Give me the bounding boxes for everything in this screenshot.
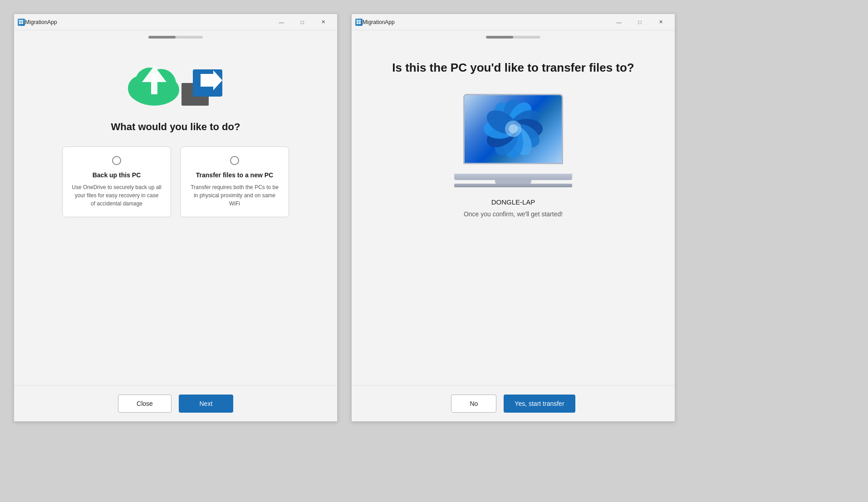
svg-point-30 [509, 124, 518, 133]
transfer-option-card[interactable]: Transfer files to a new PC Transfer requ… [180, 146, 289, 217]
right-title-bar: MigrationApp — □ ✕ [352, 14, 675, 30]
right-app-icon [355, 19, 363, 26]
win11-wallpaper [481, 97, 545, 161]
left-title-bar: MigrationApp — □ ✕ [14, 14, 337, 30]
left-window: MigrationApp — □ ✕ [14, 14, 338, 422]
right-titlebar-controls: — □ ✕ [608, 14, 671, 30]
laptop-illustration [454, 94, 572, 189]
svg-rect-2 [19, 22, 21, 24]
right-window-content: Is this the PC you'd like to transfer fi… [352, 42, 675, 385]
transfer-option-title: Transfer files to a new PC [196, 171, 273, 179]
left-window-content: What would you like to do? Back up this … [14, 42, 337, 385]
left-app-icon [18, 19, 25, 26]
left-main-title: What would you like to do? [111, 121, 240, 133]
left-maximize-button[interactable]: □ [292, 14, 313, 30]
device-name: DONGLE-LAP [491, 198, 535, 206]
left-progress-bar-fill [148, 36, 176, 39]
right-main-title: Is this the PC you'd like to transfer fi… [392, 60, 634, 76]
icon-area [125, 56, 227, 110]
left-minimize-button[interactable]: — [271, 14, 292, 30]
right-bottom-bar: No Yes, start transfer [352, 385, 675, 421]
right-close-button[interactable]: ✕ [650, 14, 671, 30]
right-maximize-button[interactable]: □ [629, 14, 650, 30]
laptop-foot [454, 184, 572, 187]
device-subtitle: Once you confirm, we'll get started! [464, 210, 563, 218]
transfer-radio[interactable] [230, 156, 239, 165]
backup-option-title: Back up this PC [93, 171, 141, 179]
left-bottom-bar: Close Next [14, 385, 337, 421]
laptop-screen [463, 94, 563, 164]
no-button[interactable]: No [451, 395, 496, 413]
cloud-upload-icon [125, 56, 184, 110]
right-progress-bar-container [486, 36, 540, 39]
svg-rect-13 [357, 20, 358, 22]
left-titlebar-controls: — □ ✕ [271, 14, 333, 30]
next-button[interactable]: Next [179, 395, 233, 413]
right-window-title: MigrationApp [363, 19, 608, 25]
svg-rect-3 [21, 22, 23, 24]
laptop-base [454, 174, 572, 180]
laptop-stand [495, 180, 531, 184]
transfer-icon [177, 65, 227, 110]
svg-rect-15 [357, 22, 358, 24]
right-minimize-button[interactable]: — [608, 14, 629, 30]
yes-start-transfer-button[interactable]: Yes, start transfer [504, 395, 575, 413]
backup-radio[interactable] [112, 156, 121, 165]
svg-rect-16 [359, 22, 361, 24]
svg-rect-14 [359, 20, 361, 22]
svg-rect-0 [19, 20, 21, 22]
svg-rect-1 [21, 20, 23, 22]
right-progress-area [352, 30, 675, 42]
left-progress-area [14, 30, 337, 42]
transfer-option-desc: Transfer requires both the PCs to be in … [190, 183, 280, 208]
left-close-button[interactable]: ✕ [313, 14, 333, 30]
right-progress-bar-fill [486, 36, 513, 39]
left-progress-bar-container [148, 36, 203, 39]
backup-option-card[interactable]: Back up this PC Use OneDrive to securely… [62, 146, 171, 217]
right-window: MigrationApp — □ ✕ Is this the PC you'd … [351, 14, 675, 422]
close-button[interactable]: Close [118, 395, 172, 413]
options-row: Back up this PC Use OneDrive to securely… [32, 146, 319, 217]
backup-option-desc: Use OneDrive to securely back up all you… [72, 183, 162, 208]
left-window-title: MigrationApp [25, 19, 271, 25]
